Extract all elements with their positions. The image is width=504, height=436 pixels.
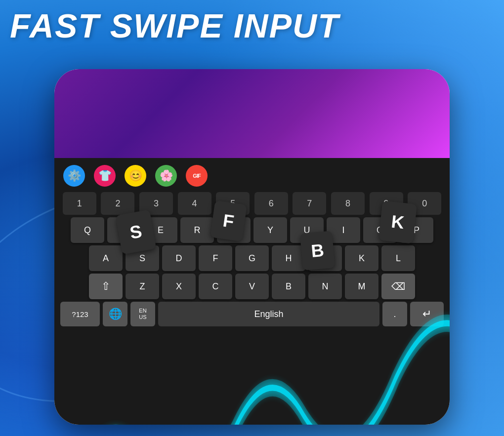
key-a[interactable]: A bbox=[89, 245, 123, 271]
key-g[interactable]: G bbox=[235, 245, 269, 271]
space-key[interactable]: English bbox=[158, 302, 379, 326]
key-2[interactable]: 2 bbox=[101, 192, 134, 215]
key-r[interactable]: R bbox=[180, 217, 214, 243]
float-card-f: F bbox=[210, 200, 247, 241]
settings-icon[interactable]: ⚙️ bbox=[63, 165, 85, 187]
phone: ⚙️ 👕 😊 🌸 GIF 1 2 3 4 5 6 7 8 9 0 Q W E R… bbox=[54, 69, 450, 425]
sym-key[interactable]: ?123 bbox=[60, 302, 100, 326]
key-y[interactable]: Y bbox=[253, 217, 287, 243]
period-key[interactable]: . bbox=[382, 302, 407, 326]
bottom-row: ?123 🌐 ENUS English . ↵ bbox=[58, 302, 446, 326]
emoji-icon[interactable]: 😊 bbox=[125, 165, 146, 187]
key-x[interactable]: X bbox=[162, 274, 196, 299]
key-d[interactable]: D bbox=[162, 245, 196, 271]
shift-key[interactable]: ⇧ bbox=[89, 274, 123, 299]
float-card-b: B bbox=[300, 231, 335, 270]
key-c[interactable]: C bbox=[199, 274, 232, 299]
theme-icon[interactable]: 👕 bbox=[94, 165, 116, 187]
key-l[interactable]: L bbox=[381, 245, 415, 271]
headline: FAST SWIPE INPUT bbox=[10, 9, 339, 42]
backspace-key[interactable]: ⌫ bbox=[381, 274, 415, 299]
key-z[interactable]: Z bbox=[126, 274, 159, 299]
key-1[interactable]: 1 bbox=[63, 192, 96, 215]
key-h[interactable]: H bbox=[272, 245, 305, 271]
key-4[interactable]: 4 bbox=[178, 192, 211, 215]
key-n[interactable]: N bbox=[308, 274, 342, 299]
key-k[interactable]: K bbox=[345, 245, 378, 271]
enter-key[interactable]: ↵ bbox=[410, 302, 444, 326]
key-8[interactable]: 8 bbox=[331, 192, 365, 215]
key-q[interactable]: Q bbox=[71, 217, 104, 243]
key-v[interactable]: V bbox=[235, 274, 269, 299]
key-m[interactable]: M bbox=[345, 274, 378, 299]
key-b[interactable]: B bbox=[272, 274, 305, 299]
row-zxcv: ⇧ Z X C V B N M ⌫ bbox=[58, 274, 446, 299]
toolbar-row: ⚙️ 👕 😊 🌸 GIF bbox=[58, 162, 446, 190]
float-card-k: K bbox=[378, 201, 417, 244]
globe-key[interactable]: 🌐 bbox=[103, 302, 127, 326]
phone-screen-top bbox=[54, 69, 450, 158]
key-6[interactable]: 6 bbox=[254, 192, 288, 215]
keyboard-area: ⚙️ 👕 😊 🌸 GIF 1 2 3 4 5 6 7 8 9 0 Q W E R… bbox=[54, 158, 450, 425]
lang-key[interactable]: ENUS bbox=[130, 302, 155, 326]
gif-icon[interactable]: GIF bbox=[186, 165, 208, 187]
row-asdf: A S D F G H J K L bbox=[58, 245, 446, 271]
key-f[interactable]: F bbox=[199, 245, 232, 271]
sticker-icon[interactable]: 🌸 bbox=[155, 165, 177, 187]
float-card-s: S bbox=[116, 210, 157, 255]
key-7[interactable]: 7 bbox=[293, 192, 326, 215]
